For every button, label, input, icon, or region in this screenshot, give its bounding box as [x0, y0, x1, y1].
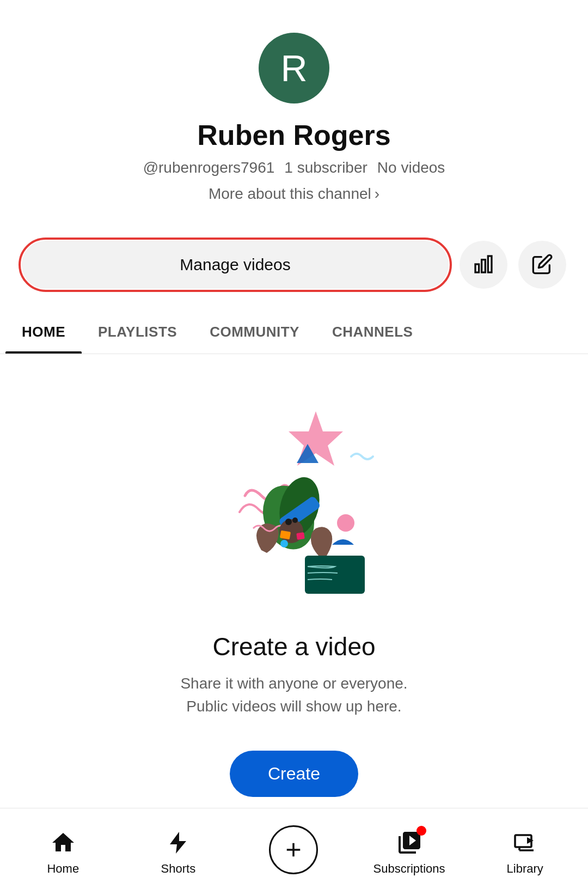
more-about-link[interactable]: More about this channel › — [209, 185, 379, 203]
tab-community[interactable]: COMMUNITY — [193, 310, 316, 354]
svg-rect-2 — [488, 256, 492, 272]
nav-item-shorts[interactable]: Shorts — [143, 828, 213, 876]
svg-marker-3 — [289, 411, 343, 466]
svg-point-15 — [280, 540, 288, 547]
empty-state-description: Share it with anyone or everyone.Public … — [180, 672, 407, 718]
bottom-nav: Home Shorts Subscriptions — [0, 808, 588, 895]
nav-item-create[interactable] — [258, 825, 329, 879]
svg-rect-1 — [482, 259, 486, 272]
profile-section: R Ruben Rogers @rubenrogers7961 1 subscr… — [0, 0, 588, 241]
home-icon — [48, 828, 78, 857]
svg-point-12 — [292, 517, 298, 523]
svg-rect-14 — [296, 532, 305, 540]
channel-name: Ruben Rogers — [197, 119, 390, 151]
nav-label-shorts: Shorts — [161, 862, 196, 876]
edit-icon — [531, 253, 553, 277]
svg-rect-0 — [475, 264, 479, 272]
nav-item-home[interactable]: Home — [28, 828, 99, 876]
action-row: Manage videos — [0, 241, 588, 289]
video-count: No videos — [377, 159, 445, 176]
analytics-button[interactable] — [460, 241, 507, 289]
shorts-icon — [163, 828, 193, 857]
analytics-icon — [473, 253, 494, 277]
channel-handle: @rubenrogers7961 — [143, 159, 275, 176]
nav-item-subscriptions[interactable]: Subscriptions — [373, 828, 445, 876]
channel-meta: @rubenrogers7961 1 subscriber No videos — [143, 159, 445, 176]
svg-rect-9 — [305, 556, 365, 594]
tab-playlists[interactable]: PLAYLISTS — [82, 310, 193, 354]
main-content: Create a video Share it with anyone or e… — [0, 354, 588, 819]
chevron-right-icon: › — [375, 185, 379, 203]
subscriber-count: 1 subscriber — [284, 159, 367, 176]
tab-channels[interactable]: CHANNELS — [316, 310, 429, 354]
plus-icon — [269, 825, 318, 874]
empty-state-illustration — [191, 398, 397, 605]
nav-item-library[interactable]: Library — [489, 828, 560, 876]
svg-marker-17 — [527, 837, 534, 844]
manage-videos-button[interactable]: Manage videos — [22, 241, 449, 289]
tab-home[interactable]: HOME — [5, 310, 82, 354]
subscriptions-badge — [416, 826, 426, 836]
nav-label-subscriptions: Subscriptions — [373, 862, 445, 876]
library-icon — [510, 828, 540, 857]
avatar-letter: R — [280, 50, 307, 87]
tabs-row: HOME PLAYLISTS COMMUNITY CHANNELS — [0, 310, 588, 354]
svg-point-11 — [285, 519, 292, 525]
subscriptions-icon — [395, 828, 424, 857]
nav-label-library: Library — [507, 862, 543, 876]
nav-label-home: Home — [47, 862, 79, 876]
create-button[interactable]: Create — [230, 751, 358, 797]
edit-button[interactable] — [518, 241, 566, 289]
svg-point-8 — [337, 514, 354, 532]
empty-state-title: Create a video — [212, 632, 375, 661]
avatar: R — [259, 33, 329, 103]
